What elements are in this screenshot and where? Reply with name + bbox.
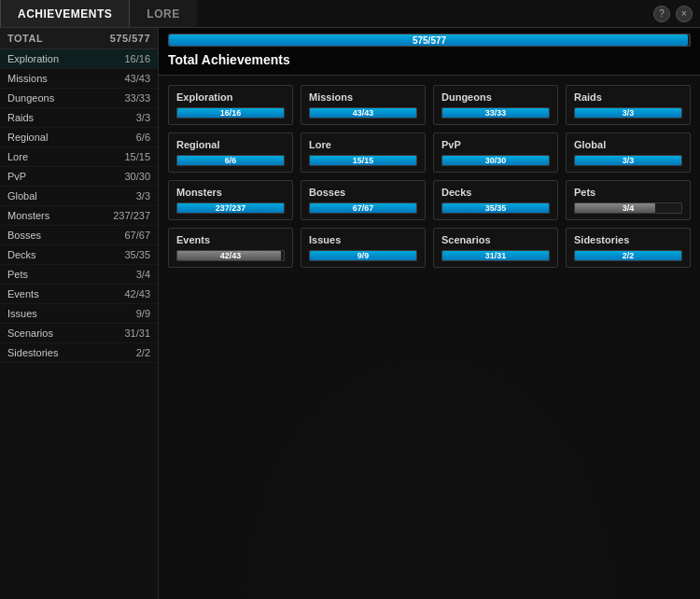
total-bar-text: 575/577 [413, 35, 446, 46]
category-card-regional[interactable]: Regional 6/6 [168, 132, 293, 173]
sidebar-item-bosses[interactable]: Bosses67/67 [0, 226, 158, 245]
sidebar-label: Events [7, 288, 39, 300]
sidebar-item-scenarios[interactable]: Scenarios31/31 [0, 324, 158, 343]
category-bar-text: 42/43 [220, 251, 242, 260]
category-name: Issues [309, 234, 417, 245]
category-bar: 43/43 [309, 107, 417, 118]
category-card-global[interactable]: Global 3/3 [566, 132, 691, 173]
category-name: PvP [441, 139, 550, 150]
category-bar: 3/3 [574, 155, 682, 166]
sidebar-count: 237/237 [113, 210, 150, 221]
sidebar-count: 16/16 [124, 53, 150, 64]
sidebar-label: Missions [7, 73, 48, 84]
sidebar-count: 43/43 [124, 73, 150, 84]
category-bar-text: 9/9 [357, 251, 370, 260]
category-bar: 30/30 [441, 155, 550, 166]
sidebar-label: Exploration [7, 53, 59, 64]
category-name: Regional [176, 139, 285, 150]
categories-grid: Exploration 16/16 Missions 43/43 Dungeon… [159, 76, 700, 277]
total-bar-container: 575/577 [168, 34, 691, 47]
category-card-lore[interactable]: Lore 15/15 [301, 132, 426, 173]
sidebar-item-pets[interactable]: Pets3/4 [0, 265, 158, 285]
category-bar: 6/6 [176, 155, 285, 166]
sidebar-item-monsters[interactable]: Monsters237/237 [0, 206, 158, 226]
sidebar-count: 3/3 [136, 112, 150, 123]
category-card-scenarios[interactable]: Scenarios 31/31 [433, 228, 558, 268]
tab-lore[interactable]: LORE [130, 0, 196, 27]
total-achievements-title: Total Achievements [168, 52, 691, 67]
help-icon[interactable]: ? [653, 6, 670, 22]
category-name: Pets [574, 187, 682, 198]
top-bar-icons: ? × [653, 6, 700, 22]
category-name: Exploration [176, 91, 285, 103]
category-bar: 67/67 [309, 202, 417, 214]
category-bar: 15/15 [309, 155, 417, 166]
category-bar: 237/237 [176, 202, 285, 214]
sidebar-count: 9/9 [136, 308, 150, 319]
sidebar-label: Bosses [7, 230, 41, 241]
category-name: Missions [309, 91, 417, 103]
sidebar-label: Issues [7, 308, 37, 319]
category-card-decks[interactable]: Decks 35/35 [433, 180, 558, 220]
sidebar-count: 2/2 [136, 347, 150, 358]
sidebar-item-issues[interactable]: Issues9/9 [0, 304, 158, 324]
sidebar-item-global[interactable]: Global3/3 [0, 187, 158, 206]
category-card-bosses[interactable]: Bosses 67/67 [301, 180, 426, 220]
category-name: Global [574, 139, 682, 150]
sidebar-item-regional[interactable]: Regional6/6 [0, 128, 158, 147]
total-header: 575/577 Total Achievements [159, 28, 700, 76]
sidebar-item-dungeons[interactable]: Dungeons33/33 [0, 89, 158, 108]
category-name: Raids [574, 91, 682, 103]
sidebar-label: Monsters [7, 210, 49, 221]
category-card-raids[interactable]: Raids 3/3 [566, 85, 691, 125]
sidebar-item-decks[interactable]: Decks35/35 [0, 245, 158, 265]
category-bar-text: 35/35 [485, 203, 507, 213]
category-bar: 2/2 [574, 250, 682, 261]
category-bar: 35/35 [441, 202, 550, 214]
category-bar: 31/31 [441, 250, 550, 261]
category-bar-text: 16/16 [220, 108, 242, 118]
category-bar: 3/4 [574, 202, 682, 214]
sidebar-total: TOTAL 575/577 [0, 28, 158, 49]
category-bar-fill [575, 203, 655, 213]
category-bar-text: 3/3 [623, 156, 635, 165]
category-bar-text: 237/237 [216, 203, 246, 213]
category-bar-text: 15/15 [353, 156, 374, 165]
sidebar-item-sidestories[interactable]: Sidestories2/2 [0, 343, 158, 363]
sidebar-count: 42/43 [124, 288, 150, 300]
sidebar: TOTAL 575/577 Exploration16/16Missions43… [0, 28, 159, 599]
category-card-missions[interactable]: Missions 43/43 [301, 85, 426, 125]
sidebar-label: Pets [7, 269, 28, 280]
category-card-monsters[interactable]: Monsters 237/237 [168, 180, 293, 220]
category-card-pvp[interactable]: PvP 30/30 [433, 132, 558, 173]
sidebar-item-events[interactable]: Events42/43 [0, 285, 158, 304]
category-card-dungeons[interactable]: Dungeons 33/33 [433, 85, 558, 125]
sidebar-count: 35/35 [124, 249, 150, 260]
category-card-sidestories[interactable]: Sidestories 2/2 [566, 228, 691, 268]
category-bar-text: 67/67 [353, 203, 374, 213]
sidebar-item-lore[interactable]: Lore15/15 [0, 147, 158, 167]
sidebar-item-raids[interactable]: Raids3/3 [0, 108, 158, 128]
category-bar-text: 3/3 [623, 108, 635, 118]
sidebar-count: 67/67 [124, 230, 150, 241]
category-card-issues[interactable]: Issues 9/9 [301, 228, 426, 268]
tab-achievements[interactable]: ACHIEVEMENTS [0, 0, 130, 27]
category-card-exploration[interactable]: Exploration 16/16 [168, 85, 293, 125]
sidebar-item-exploration[interactable]: Exploration16/16 [0, 49, 158, 69]
category-name: Events [176, 234, 285, 245]
category-card-pets[interactable]: Pets 3/4 [566, 180, 691, 220]
category-bar: 42/43 [176, 250, 285, 261]
category-card-events[interactable]: Events 42/43 [168, 228, 293, 268]
sidebar-item-missions[interactable]: Missions43/43 [0, 69, 158, 89]
category-name: Dungeons [441, 91, 550, 103]
sidebar-items-container: Exploration16/16Missions43/43Dungeons33/… [0, 49, 158, 363]
close-icon[interactable]: × [676, 6, 693, 22]
category-bar: 33/33 [441, 107, 550, 118]
category-name: Bosses [309, 187, 417, 198]
main-layout: TOTAL 575/577 Exploration16/16Missions43… [0, 28, 700, 599]
category-name: Decks [441, 187, 550, 198]
category-bar-text: 33/33 [485, 108, 507, 118]
sidebar-label: Raids [7, 112, 34, 123]
sidebar-item-pvp[interactable]: PvP30/30 [0, 167, 158, 187]
sidebar-total-label: TOTAL [7, 33, 43, 44]
